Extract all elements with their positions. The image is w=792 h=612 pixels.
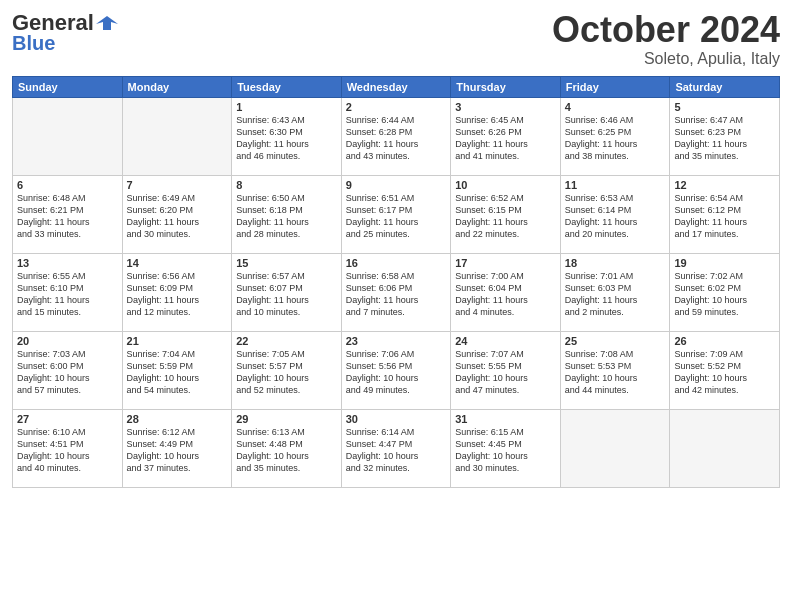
calendar-cell-w2-d6: 11Sunrise: 6:53 AM Sunset: 6:14 PM Dayli…	[560, 175, 670, 253]
header-sunday: Sunday	[13, 76, 123, 97]
day-number: 8	[236, 179, 337, 191]
day-number: 5	[674, 101, 775, 113]
header-tuesday: Tuesday	[232, 76, 342, 97]
day-number: 6	[17, 179, 118, 191]
day-info: Sunrise: 7:01 AM Sunset: 6:03 PM Dayligh…	[565, 270, 666, 319]
day-number: 19	[674, 257, 775, 269]
day-number: 1	[236, 101, 337, 113]
day-number: 22	[236, 335, 337, 347]
day-number: 29	[236, 413, 337, 425]
day-info: Sunrise: 6:53 AM Sunset: 6:14 PM Dayligh…	[565, 192, 666, 241]
day-number: 30	[346, 413, 447, 425]
day-info: Sunrise: 7:03 AM Sunset: 6:00 PM Dayligh…	[17, 348, 118, 397]
logo-bird-icon	[96, 14, 118, 32]
day-info: Sunrise: 6:57 AM Sunset: 6:07 PM Dayligh…	[236, 270, 337, 319]
calendar-cell-w5-d6	[560, 409, 670, 487]
day-number: 16	[346, 257, 447, 269]
calendar-cell-w1-d1	[13, 97, 123, 175]
day-number: 2	[346, 101, 447, 113]
calendar-cell-w2-d4: 9Sunrise: 6:51 AM Sunset: 6:17 PM Daylig…	[341, 175, 451, 253]
day-info: Sunrise: 7:09 AM Sunset: 5:52 PM Dayligh…	[674, 348, 775, 397]
calendar-cell-w2-d3: 8Sunrise: 6:50 AM Sunset: 6:18 PM Daylig…	[232, 175, 342, 253]
week-row-4: 20Sunrise: 7:03 AM Sunset: 6:00 PM Dayli…	[13, 331, 780, 409]
day-number: 17	[455, 257, 556, 269]
calendar-cell-w5-d1: 27Sunrise: 6:10 AM Sunset: 4:51 PM Dayli…	[13, 409, 123, 487]
day-info: Sunrise: 7:04 AM Sunset: 5:59 PM Dayligh…	[127, 348, 228, 397]
day-info: Sunrise: 6:12 AM Sunset: 4:49 PM Dayligh…	[127, 426, 228, 475]
calendar-cell-w3-d3: 15Sunrise: 6:57 AM Sunset: 6:07 PM Dayli…	[232, 253, 342, 331]
calendar-cell-w1-d2	[122, 97, 232, 175]
day-number: 24	[455, 335, 556, 347]
calendar-cell-w1-d5: 3Sunrise: 6:45 AM Sunset: 6:26 PM Daylig…	[451, 97, 561, 175]
calendar-cell-w1-d3: 1Sunrise: 6:43 AM Sunset: 6:30 PM Daylig…	[232, 97, 342, 175]
day-number: 23	[346, 335, 447, 347]
calendar-cell-w3-d6: 18Sunrise: 7:01 AM Sunset: 6:03 PM Dayli…	[560, 253, 670, 331]
day-number: 4	[565, 101, 666, 113]
day-number: 11	[565, 179, 666, 191]
day-number: 25	[565, 335, 666, 347]
day-info: Sunrise: 6:49 AM Sunset: 6:20 PM Dayligh…	[127, 192, 228, 241]
day-number: 21	[127, 335, 228, 347]
day-info: Sunrise: 6:47 AM Sunset: 6:23 PM Dayligh…	[674, 114, 775, 163]
calendar-container: General Blue October 2024 Soleto, Apulia…	[0, 0, 792, 612]
calendar-cell-w2-d7: 12Sunrise: 6:54 AM Sunset: 6:12 PM Dayli…	[670, 175, 780, 253]
day-info: Sunrise: 7:05 AM Sunset: 5:57 PM Dayligh…	[236, 348, 337, 397]
day-info: Sunrise: 6:52 AM Sunset: 6:15 PM Dayligh…	[455, 192, 556, 241]
day-number: 14	[127, 257, 228, 269]
calendar-cell-w4-d4: 23Sunrise: 7:06 AM Sunset: 5:56 PM Dayli…	[341, 331, 451, 409]
calendar-cell-w4-d3: 22Sunrise: 7:05 AM Sunset: 5:57 PM Dayli…	[232, 331, 342, 409]
calendar-cell-w1-d4: 2Sunrise: 6:44 AM Sunset: 6:28 PM Daylig…	[341, 97, 451, 175]
month-title: October 2024	[552, 10, 780, 50]
day-number: 12	[674, 179, 775, 191]
logo: General Blue	[12, 10, 118, 55]
calendar-cell-w3-d4: 16Sunrise: 6:58 AM Sunset: 6:06 PM Dayli…	[341, 253, 451, 331]
day-info: Sunrise: 6:54 AM Sunset: 6:12 PM Dayligh…	[674, 192, 775, 241]
day-number: 28	[127, 413, 228, 425]
day-info: Sunrise: 6:45 AM Sunset: 6:26 PM Dayligh…	[455, 114, 556, 163]
calendar-cell-w4-d2: 21Sunrise: 7:04 AM Sunset: 5:59 PM Dayli…	[122, 331, 232, 409]
calendar-cell-w1-d7: 5Sunrise: 6:47 AM Sunset: 6:23 PM Daylig…	[670, 97, 780, 175]
calendar-cell-w2-d2: 7Sunrise: 6:49 AM Sunset: 6:20 PM Daylig…	[122, 175, 232, 253]
calendar-cell-w5-d7	[670, 409, 780, 487]
header-wednesday: Wednesday	[341, 76, 451, 97]
logo-blue-text: Blue	[12, 32, 55, 55]
calendar-cell-w5-d2: 28Sunrise: 6:12 AM Sunset: 4:49 PM Dayli…	[122, 409, 232, 487]
day-number: 18	[565, 257, 666, 269]
header-friday: Friday	[560, 76, 670, 97]
calendar-cell-w5-d5: 31Sunrise: 6:15 AM Sunset: 4:45 PM Dayli…	[451, 409, 561, 487]
calendar-cell-w3-d1: 13Sunrise: 6:55 AM Sunset: 6:10 PM Dayli…	[13, 253, 123, 331]
day-info: Sunrise: 7:00 AM Sunset: 6:04 PM Dayligh…	[455, 270, 556, 319]
day-info: Sunrise: 6:55 AM Sunset: 6:10 PM Dayligh…	[17, 270, 118, 319]
day-number: 20	[17, 335, 118, 347]
calendar-cell-w2-d5: 10Sunrise: 6:52 AM Sunset: 6:15 PM Dayli…	[451, 175, 561, 253]
calendar-cell-w4-d7: 26Sunrise: 7:09 AM Sunset: 5:52 PM Dayli…	[670, 331, 780, 409]
day-number: 10	[455, 179, 556, 191]
header-thursday: Thursday	[451, 76, 561, 97]
day-info: Sunrise: 7:07 AM Sunset: 5:55 PM Dayligh…	[455, 348, 556, 397]
day-info: Sunrise: 6:44 AM Sunset: 6:28 PM Dayligh…	[346, 114, 447, 163]
week-row-3: 13Sunrise: 6:55 AM Sunset: 6:10 PM Dayli…	[13, 253, 780, 331]
day-number: 15	[236, 257, 337, 269]
header: General Blue October 2024 Soleto, Apulia…	[12, 10, 780, 68]
day-info: Sunrise: 6:56 AM Sunset: 6:09 PM Dayligh…	[127, 270, 228, 319]
calendar-cell-w5-d4: 30Sunrise: 6:14 AM Sunset: 4:47 PM Dayli…	[341, 409, 451, 487]
calendar-header-row: Sunday Monday Tuesday Wednesday Thursday…	[13, 76, 780, 97]
day-info: Sunrise: 6:58 AM Sunset: 6:06 PM Dayligh…	[346, 270, 447, 319]
day-info: Sunrise: 6:14 AM Sunset: 4:47 PM Dayligh…	[346, 426, 447, 475]
week-row-1: 1Sunrise: 6:43 AM Sunset: 6:30 PM Daylig…	[13, 97, 780, 175]
day-info: Sunrise: 6:48 AM Sunset: 6:21 PM Dayligh…	[17, 192, 118, 241]
day-number: 26	[674, 335, 775, 347]
day-info: Sunrise: 6:43 AM Sunset: 6:30 PM Dayligh…	[236, 114, 337, 163]
day-info: Sunrise: 6:10 AM Sunset: 4:51 PM Dayligh…	[17, 426, 118, 475]
day-number: 9	[346, 179, 447, 191]
day-number: 7	[127, 179, 228, 191]
calendar-cell-w1-d6: 4Sunrise: 6:46 AM Sunset: 6:25 PM Daylig…	[560, 97, 670, 175]
day-number: 13	[17, 257, 118, 269]
calendar-cell-w4-d5: 24Sunrise: 7:07 AM Sunset: 5:55 PM Dayli…	[451, 331, 561, 409]
day-info: Sunrise: 6:13 AM Sunset: 4:48 PM Dayligh…	[236, 426, 337, 475]
day-info: Sunrise: 6:15 AM Sunset: 4:45 PM Dayligh…	[455, 426, 556, 475]
header-monday: Monday	[122, 76, 232, 97]
location: Soleto, Apulia, Italy	[552, 50, 780, 68]
day-info: Sunrise: 7:08 AM Sunset: 5:53 PM Dayligh…	[565, 348, 666, 397]
title-block: October 2024 Soleto, Apulia, Italy	[552, 10, 780, 68]
